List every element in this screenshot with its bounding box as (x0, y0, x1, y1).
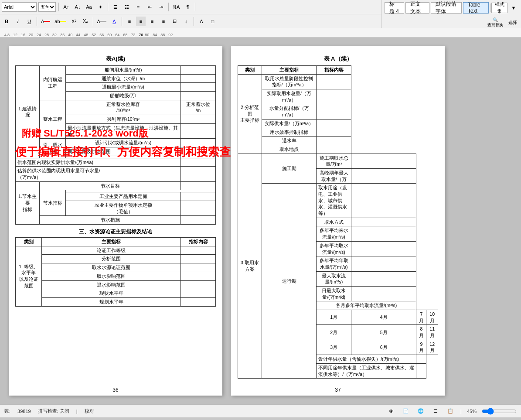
cell-value (181, 216, 216, 225)
decrease-font-btn[interactable]: A↓ (73, 2, 82, 12)
find-replace-btn[interactable]: 🔍 查找替换 (486, 17, 504, 29)
indent-right-btn[interactable]: ⇥ (156, 2, 166, 12)
ruler-mark: 52 (92, 33, 96, 37)
font-size-select[interactable]: 五号 (38, 2, 56, 12)
cell-item: 施工期取水总量/万m³ (317, 154, 351, 168)
zoom-slider[interactable] (482, 408, 517, 415)
cell-value (181, 255, 216, 263)
ruler-mark: 28 (44, 33, 49, 37)
pages-container[interactable]: 表A(续) 1.建设情况 内河航运工程 船闸用水量/(m³/d) 通航水位（水深… (0, 38, 521, 404)
table-row: 现状水平年 (16, 289, 216, 298)
cell-month4: 10月 (426, 310, 438, 325)
cell-value (317, 74, 351, 89)
cell-value (181, 192, 216, 201)
highlight-btn[interactable]: ab (53, 17, 67, 26)
indent-left-btn[interactable]: ⇤ (145, 2, 154, 12)
shading-btn[interactable]: A (96, 17, 108, 26)
italic-btn[interactable]: I (13, 17, 23, 26)
cell-item: 农业主要作物单项用水定额（毛值） (66, 201, 181, 216)
cell-value (181, 280, 216, 289)
font-color-btn[interactable]: A (40, 17, 51, 26)
cell-value (181, 74, 216, 83)
cell-item: 规划水平年 (42, 297, 181, 306)
right-page: 表 A（续） 类别 主要指标 指标内容 2.分析范围主要指标 取用水总量阶段性控… (231, 46, 445, 396)
cell-analysis-header: 2.分析范围主要指标 (238, 74, 262, 154)
table-row: 规划水平年 (16, 297, 216, 306)
table-row: 取水影响范围 (16, 272, 216, 280)
view-read-btn[interactable]: 👁 (386, 406, 396, 416)
table-row: 水量分配指标/（万m³/a） (238, 104, 438, 119)
justify-btn[interactable]: ≡ (159, 17, 168, 26)
align-center-btn[interactable]: ≡ (136, 17, 146, 26)
col-category: 类别 (238, 66, 262, 75)
cell-item: 现状水平年 (42, 289, 181, 298)
increase-font-btn[interactable]: A↑ (61, 2, 71, 12)
align-right-btn[interactable]: ≡ (147, 17, 157, 26)
cell-item: 工业主要产品用水定额 (66, 192, 181, 201)
font-color2-btn[interactable]: A (109, 17, 119, 26)
bullets-btn[interactable]: ☰ (111, 2, 120, 12)
cell-value (317, 119, 351, 128)
view-web-btn[interactable]: 🌐 (416, 406, 426, 416)
separator1 (58, 3, 59, 11)
style-table-text[interactable]: Table Text (463, 2, 489, 14)
cell-value (181, 92, 216, 100)
word-count-label: 数: (4, 408, 10, 414)
line-spacing-btn[interactable]: ↕ (181, 17, 191, 26)
superscript-btn[interactable]: X² (69, 17, 79, 26)
cell-watersave-header: 1.节水主要指标 (16, 181, 40, 224)
change-case-btn[interactable]: Aa (84, 2, 94, 12)
table-row: 1.节水主要指标 节水目标 (16, 181, 216, 190)
cell-value (181, 167, 216, 181)
font-family-select[interactable]: Arial (2, 2, 37, 12)
table-row: 节水措施 (16, 216, 216, 225)
cell-item: 退水影响范围 (42, 280, 181, 289)
cell-item: 实际供水量/（万m³/a） (262, 119, 317, 128)
columns-btn[interactable]: ⊟ (170, 17, 180, 26)
style-expand-btn[interactable]: ▼ (509, 3, 518, 13)
cell-item: 用水效率控制指标 (262, 128, 317, 137)
ruler-mark: 92 (168, 33, 173, 37)
table-row: 1.建设情况 内河航运工程 船闸用水量/(m³/d) (16, 66, 216, 75)
numbering-btn[interactable]: ☷ (122, 2, 132, 12)
cell-value (351, 168, 416, 183)
proofread-status[interactable]: 校对 (85, 408, 94, 414)
view-draft-btn[interactable]: 📋 (446, 406, 455, 416)
style-heading4[interactable]: 标题 4 (385, 2, 404, 14)
table-row: 2.分析范围主要指标 取用水总量阶段性控制指标/（万m³/a） (238, 74, 438, 89)
cell-item: 退水率 (262, 137, 317, 145)
cell-item: 取水用途（发电、工业供水、城市供水、灌溉供水等） (317, 184, 351, 218)
border-btn[interactable]: □ (208, 17, 218, 26)
outline-btn[interactable]: ≡ (133, 2, 143, 12)
cell-item: 分析范围 (42, 255, 181, 263)
clear-format-btn[interactable]: ✦ (95, 2, 105, 12)
separator3 (168, 3, 169, 11)
ruler-mark: 80 (145, 33, 149, 37)
view-print-btn[interactable]: 📄 (401, 406, 411, 416)
cell-item: 通航最小流量/(m³/s) (66, 83, 181, 92)
cell-month1: 2月 (317, 325, 351, 340)
style-set-dropdown[interactable]: 样式集 (491, 3, 507, 13)
style-body-text[interactable]: 正文文本 (405, 2, 429, 14)
cell-item: 正常蓄水位库容/10⁶m³ (66, 100, 181, 115)
style-default-para[interactable]: 默认段落字体 (431, 2, 462, 14)
cell-month3: 8月 (416, 325, 426, 340)
select-btn[interactable]: 选择 (507, 18, 518, 27)
ruler-mark: 4 (4, 33, 7, 37)
cell-item: 船闸用水量/(m³/d) (66, 66, 181, 75)
text-effects-btn[interactable]: A (197, 17, 206, 26)
underline-btn[interactable]: U (24, 17, 34, 26)
view-outline-btn[interactable]: ☰ (431, 406, 440, 416)
spell-check-status[interactable]: 拼写检查: 关闭 (38, 408, 69, 414)
cell-value (317, 137, 351, 145)
ruler-mark: 44 (76, 33, 80, 37)
ruler: 4 8 12 16 20 24 28 32 36 40 44 48 52 56 … (0, 28, 521, 38)
table-row: 实际取用水总量/（万m³/a） (238, 89, 438, 104)
align-left-btn[interactable]: ≡ (125, 17, 134, 26)
subscript-btn[interactable]: X₂ (81, 17, 90, 26)
sort-btn[interactable]: ⇅A (171, 2, 181, 12)
show-marks-btn[interactable]: ¶ (183, 2, 192, 12)
col-header-main: 主要指标 (42, 238, 181, 246)
bold-btn[interactable]: B (2, 17, 11, 26)
cell-value (416, 355, 426, 364)
